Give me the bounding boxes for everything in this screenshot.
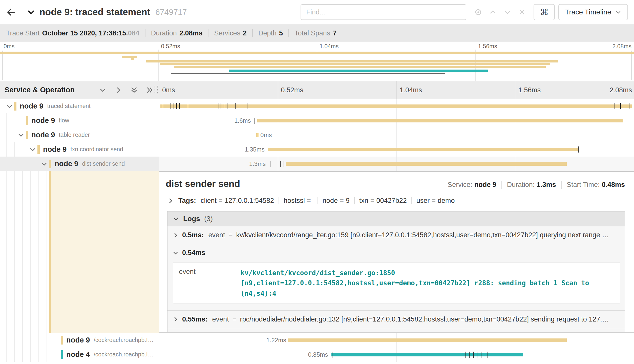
minimap-span-bar [171, 73, 445, 74]
log-fields-table: event kv/kvclient/kvcoord/dist_sender.go… [173, 263, 620, 304]
span-track[interactable]: 0.85ms [159, 347, 634, 362]
tag-txn: txn=00427b22 [359, 197, 407, 205]
span-row-flow: node 9 flow 1.6ms [0, 113, 634, 128]
span-name-cell[interactable]: node 9 /cockroach.roachpb.I… [0, 333, 159, 347]
span-bar[interactable] [288, 338, 567, 342]
span-log-marker [235, 103, 236, 109]
span-bar[interactable] [286, 162, 567, 166]
span-log-marker [255, 118, 255, 124]
span-log-marker [227, 103, 227, 109]
indent-guide [22, 171, 23, 333]
span-color-chip [26, 131, 28, 139]
span-tags-toggle[interactable]: Tags: client=127.0.0.1:54582 hostssl= no… [166, 197, 625, 205]
divider [354, 197, 355, 204]
collapse-all-icon[interactable] [130, 86, 138, 94]
divider [279, 197, 279, 204]
span-bar[interactable] [160, 104, 632, 108]
trace-timeline-view: node 9: traced statement 6749717 ⌘ Trace… [0, 0, 634, 364]
minimap-span-bar [146, 60, 558, 62]
find-input[interactable] [301, 4, 466, 20]
match-indicator-icon[interactable] [474, 8, 482, 16]
trace-depth: Depth5 [258, 29, 283, 37]
log-entry-toggle[interactable]: 0.55ms: event = rpc/nodedialer/nodediale… [167, 311, 625, 328]
span-track[interactable]: 1.22ms [159, 333, 634, 347]
indent-guide [47, 347, 47, 362]
trace-timeline-dropdown[interactable]: Trace Timeline [558, 4, 628, 20]
prev-match-icon[interactable] [489, 8, 497, 16]
tag-user: user=demo [416, 197, 455, 205]
span-log-marker [179, 103, 180, 109]
operation-name: flow [59, 117, 69, 124]
collapse-controls [99, 86, 154, 94]
minimap-range-handle-right[interactable] [631, 51, 631, 80]
span-name-cell[interactable]: node 9 dist sender send [0, 157, 159, 171]
page-title: node 9: traced statement [39, 7, 150, 17]
span-log-marker [481, 352, 481, 358]
span-name-cell[interactable]: node 9 table reader [0, 128, 159, 142]
indent-guide [14, 171, 15, 333]
next-match-icon[interactable] [504, 8, 511, 16]
chevron-down-icon[interactable] [28, 146, 37, 153]
span-log-marker [465, 352, 466, 358]
expand-one-icon[interactable] [115, 86, 122, 94]
trace-services: Services2 [214, 29, 247, 37]
span-name-cell[interactable]: node 4 /cockroach.roachpb.I… [0, 347, 159, 362]
span-bar[interactable] [331, 353, 523, 356]
span-log-marker [473, 352, 474, 358]
keyboard-shortcuts-button[interactable]: ⌘ [534, 4, 555, 20]
expand-all-icon[interactable] [146, 86, 154, 94]
span-row-dist-sender-send: node 9 dist sender send 1.3ms [0, 157, 634, 171]
log-entry-toggle[interactable]: 0.54ms [167, 244, 625, 262]
trace-title-toggle[interactable]: node 9: traced statement 6749717 [27, 7, 187, 17]
service-name: node 9 [66, 336, 90, 344]
span-log-marker [188, 103, 188, 109]
span-row-txn-coordinator-send: node 9 txn coordinator send 1.35ms [0, 142, 634, 157]
logs-header[interactable]: Logs (3) [167, 211, 625, 226]
span-track[interactable]: 1.6ms [159, 113, 634, 128]
divider [208, 29, 208, 37]
minimap-span-bar [131, 58, 134, 60]
chevron-right-icon [173, 232, 179, 238]
divider [561, 181, 562, 189]
indent-guide [6, 171, 7, 333]
span-track[interactable]: 1.35ms [159, 142, 634, 157]
logs-footer-note: Log timestamps are relative to the start… [167, 328, 625, 333]
collapse-one-icon[interactable] [99, 86, 107, 94]
divider [501, 181, 502, 189]
log-entry-toggle[interactable]: 0.5ms: event = kv/kvclient/kvcoord/range… [167, 226, 625, 244]
span-track[interactable] [159, 99, 634, 113]
chevron-down-icon[interactable] [16, 132, 26, 139]
span-duration-label: 0.85ms [308, 351, 328, 358]
span-log-marker [477, 352, 477, 358]
indent-guide [14, 333, 15, 347]
span-bar[interactable] [268, 148, 578, 151]
column-resizer-grip[interactable] [155, 86, 158, 94]
span-log-marker [171, 103, 171, 109]
span-name-cell[interactable]: node 9 flow [0, 113, 159, 128]
span-bar[interactable] [257, 119, 623, 122]
span-log-marker [578, 146, 579, 153]
divider [288, 29, 289, 37]
span-track[interactable]: 1.3ms [159, 157, 634, 171]
span-name-cell[interactable]: node 9 traced statement [0, 99, 159, 113]
service-operation-title: Service & Operation [5, 86, 90, 94]
span-duration-label: 1.35ms [245, 146, 265, 153]
span-duration: Duration:1.3ms [507, 181, 556, 189]
span-track[interactable]: 0ms [159, 128, 634, 142]
back-button[interactable] [3, 4, 19, 20]
tag-node: node=9 [323, 197, 350, 205]
chevron-down-icon[interactable] [39, 160, 49, 167]
minimap-range-handle-left[interactable] [3, 51, 3, 80]
service-name: node 9 [31, 131, 55, 139]
log-value: rpc/nodedialer/nodedialer.go:132 [n9,cli… [240, 315, 620, 323]
log-entry: 0.5ms: event = kv/kvclient/kvcoord/range… [167, 226, 625, 244]
span-name-cell[interactable]: node 9 txn coordinator send [0, 142, 159, 157]
service-operation-header: Service & Operation [0, 81, 159, 99]
span-log-marker [176, 103, 177, 109]
span-duration-label: 0ms [260, 132, 272, 139]
chevron-right-icon [173, 316, 179, 322]
clear-find-icon[interactable] [518, 9, 525, 16]
indent-guide [14, 157, 15, 171]
minimap-canvas[interactable] [0, 50, 634, 81]
chevron-down-icon[interactable] [5, 103, 14, 110]
